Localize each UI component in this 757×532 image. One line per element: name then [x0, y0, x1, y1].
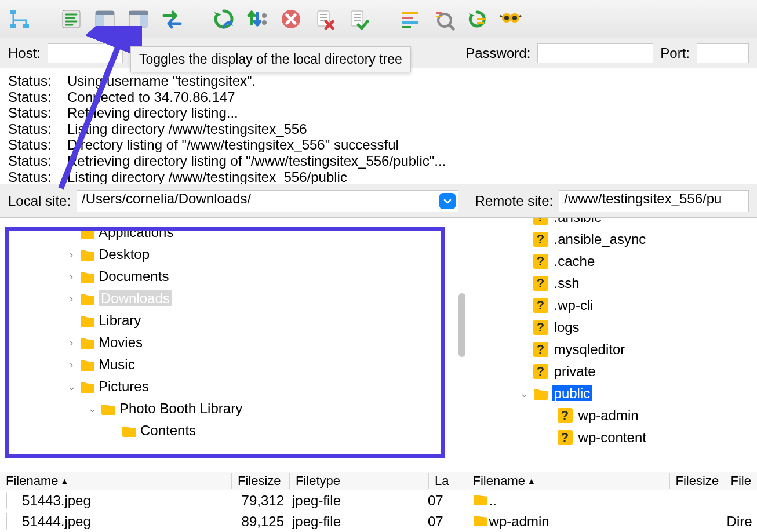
col-filesize[interactable]: Filesize [676, 473, 719, 489]
log-msg: Listing directory /www/testingsitex_556 [67, 121, 307, 137]
tree-item-label: public [552, 385, 593, 402]
chevron-icon[interactable]: › [66, 249, 77, 261]
tree-item[interactable]: ⌄public [467, 382, 757, 405]
local-tree[interactable]: Applications›Desktop›Documents›Downloads… [0, 218, 467, 472]
refresh-button[interactable] [211, 6, 236, 32]
col-filename[interactable]: Filename [6, 473, 58, 489]
col-filename[interactable]: Filename [473, 473, 525, 489]
toolbar [0, 0, 757, 38]
folder-icon [80, 380, 95, 393]
port-label: Port: [660, 45, 690, 61]
local-path-input[interactable]: /Users/cornelia/Downloads/ [77, 190, 458, 212]
tree-item[interactable]: ?.ansible_async [467, 228, 757, 250]
file-row[interactable]: .. [467, 490, 757, 511]
tree-item[interactable]: ?mysqleditor [467, 338, 757, 360]
chevron-icon[interactable]: › [66, 337, 77, 349]
chevron-icon[interactable]: › [66, 271, 77, 283]
file-row[interactable]: 51443.jpeg79,312jpeg-file07 [0, 490, 467, 511]
local-file-header[interactable]: Filename▲ Filesize Filetype La [0, 472, 467, 490]
tree-item[interactable]: ›Music [0, 354, 467, 376]
unknown-folder-icon: ? [533, 342, 548, 357]
unknown-folder-icon: ? [533, 218, 548, 225]
remote-path-input[interactable]: /www/testingsitex_556/pu [559, 190, 749, 212]
col-filetype[interactable]: File [731, 473, 751, 489]
sync-browse-button[interactable] [464, 6, 490, 32]
chevron-icon[interactable]: ⌄ [87, 402, 97, 415]
search-button[interactable] [498, 6, 523, 32]
svg-rect-21 [351, 11, 363, 26]
file-type: Dire [727, 513, 752, 530]
dropdown-icon[interactable] [439, 193, 456, 209]
log-label: Status: [8, 73, 54, 89]
tree-item[interactable]: ⌄Photo Booth Library [0, 398, 467, 420]
svg-rect-31 [436, 12, 442, 14]
folder-icon [80, 358, 95, 371]
svg-point-14 [262, 13, 267, 18]
tree-item[interactable]: Contents [0, 420, 467, 442]
toggle-queue-button[interactable] [159, 6, 185, 32]
tree-item-label: .ansible [554, 218, 602, 225]
svg-rect-2 [23, 24, 29, 28]
file-mod: 07 [428, 513, 451, 530]
log-msg: Directory listing of "/www/testingsitex_… [67, 137, 399, 153]
chevron-icon[interactable]: ⌄ [66, 380, 77, 393]
scrollbar-thumb[interactable] [458, 293, 465, 357]
toggle-local-tree-button[interactable] [92, 6, 118, 32]
tree-item[interactable]: ?.cache [467, 250, 757, 272]
password-input[interactable] [537, 43, 653, 63]
tree-item[interactable]: Applications [0, 221, 467, 243]
site-manager-button[interactable] [7, 6, 32, 32]
remote-file-list[interactable]: ..wp-adminDire [467, 490, 757, 532]
folder-icon [80, 226, 95, 239]
sort-asc-icon: ▲ [60, 476, 68, 486]
col-filetype[interactable]: Filetype [296, 473, 340, 489]
tree-item-label: Downloads [99, 290, 172, 307]
tree-item[interactable]: ?logs [467, 316, 757, 338]
tree-item-label: wp-admin [578, 407, 639, 424]
remote-tree[interactable]: ?.ansible?.ansible_async?.cache?.ssh?.wp… [467, 218, 757, 472]
process-queue-button[interactable] [245, 6, 270, 32]
tree-item[interactable]: ›Downloads [0, 287, 467, 309]
compare-button[interactable] [431, 6, 456, 32]
log-label: Status: [8, 105, 54, 121]
local-pane: Local site: /Users/cornelia/Downloads/ A… [0, 184, 467, 532]
file-name: 51443.jpeg [22, 493, 231, 509]
tree-item[interactable]: ?.ansible [467, 218, 757, 228]
tree-item[interactable]: ›Desktop [0, 243, 467, 265]
disconnect-button[interactable] [312, 6, 337, 32]
tree-item[interactable]: ›Documents [0, 265, 467, 287]
chevron-icon[interactable]: › [66, 293, 77, 305]
filter-button[interactable] [397, 6, 423, 32]
remote-site-label: Remote site: [475, 193, 554, 209]
file-row[interactable]: 51444.jpeg89,125jpeg-file07 [0, 511, 467, 532]
port-input[interactable] [697, 43, 749, 63]
tree-item[interactable]: Library [0, 309, 467, 331]
remote-file-header[interactable]: Filename▲ Filesize File [467, 472, 757, 490]
tree-item[interactable]: ?wp-admin [467, 405, 757, 427]
tree-item[interactable]: ?.ssh [467, 272, 757, 294]
chevron-icon[interactable]: ⌄ [519, 387, 530, 400]
reconnect-button[interactable] [345, 6, 371, 32]
cancel-button[interactable] [278, 6, 304, 32]
tree-item[interactable]: ?wp-content [467, 427, 757, 449]
local-file-list[interactable]: 51443.jpeg79,312jpeg-file0751444.jpeg89,… [0, 490, 467, 532]
tree-item[interactable]: ?private [467, 360, 757, 382]
toggle-remote-tree-button[interactable] [126, 6, 151, 32]
unknown-folder-icon: ? [533, 276, 548, 291]
tree-item[interactable]: ›Movies [0, 331, 467, 354]
toggle-log-button[interactable] [59, 6, 84, 32]
svg-rect-34 [477, 22, 484, 24]
folder-icon [473, 493, 488, 505]
tree-item-label: wp-content [578, 429, 646, 446]
col-filesize[interactable]: Filesize [238, 473, 281, 489]
remote-pane: Remote site: /www/testingsitex_556/pu ?.… [467, 184, 757, 532]
svg-rect-27 [402, 21, 418, 24]
folder-icon [80, 314, 95, 327]
folder-icon [80, 336, 95, 349]
chevron-icon[interactable]: › [66, 359, 77, 371]
host-input[interactable] [48, 43, 123, 63]
file-row[interactable]: wp-adminDire [467, 511, 757, 532]
tree-item[interactable]: ?.wp-cli [467, 294, 757, 316]
tree-item[interactable]: ⌄Pictures [0, 376, 467, 398]
col-lastmod[interactable]: La [435, 473, 449, 489]
